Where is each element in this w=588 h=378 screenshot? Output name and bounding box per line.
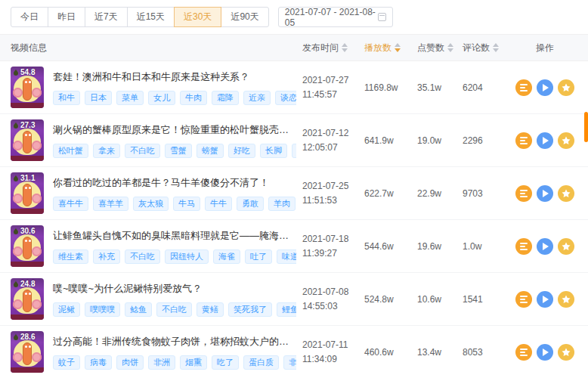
favorite-button[interactable] <box>558 185 574 202</box>
likes-cell: 10.6w <box>417 294 463 305</box>
publish-clock: 11:45:57 <box>302 88 364 102</box>
sort-carets-icon[interactable] <box>395 43 401 52</box>
favorite-button[interactable] <box>558 291 574 308</box>
scrollbar-thumb[interactable] <box>584 112 588 142</box>
flame-icon <box>13 228 19 235</box>
range-button[interactable]: 昨日 <box>48 7 85 27</box>
tag-list: 喜牛牛喜羊羊灰太狼牛马牛牛勇敢羊肉牛羊 <box>53 197 296 211</box>
publish-date: 2021-07-25 <box>302 179 364 194</box>
tag-list: 泥鳅噗噗噗鲶鱼不白吃黄鳝笑死我了鲤鱼国宝 <box>53 302 296 317</box>
sort-carets-icon[interactable] <box>342 43 348 52</box>
likes-cell: 22.9w <box>417 188 463 199</box>
table-row: 28.6 过分高能！非洲传统食物蚊子肉饼，堪称招蚊大户的翻身菜！ 蚊子病毒肉饼非… <box>0 326 588 378</box>
video-tag: 不白吃 <box>125 144 160 158</box>
publish-time-cell: 2021-07-12 12:05:07 <box>302 126 364 154</box>
video-thumbnail[interactable]: 30.6 <box>11 225 44 267</box>
video-title[interactable]: 噗~噗噗~为什么泥鳅特别爱放气？ <box>53 282 296 296</box>
video-tag: 烟熏 <box>180 355 207 370</box>
favorite-button[interactable] <box>558 238 574 255</box>
video-info-cell: 涮火锅的蟹棒原型原来是它！惊险重重的松叶蟹脱壳之旅~ 松叶蟹拿来不白吃雪蟹螃蟹好… <box>53 123 296 158</box>
video-tag: 肉饼 <box>116 355 144 370</box>
list-lines-icon <box>520 296 528 303</box>
video-title[interactable]: 过分高能！非洲传统食物蚊子肉饼，堪称招蚊大户的翻身菜！ <box>53 335 296 349</box>
actions-cell <box>512 132 577 149</box>
video-thumbnail[interactable]: 54.8 <box>11 67 44 108</box>
play-icon <box>543 296 549 303</box>
video-thumbnail[interactable]: 28.6 <box>11 331 44 373</box>
video-tag: 味道 <box>277 249 296 264</box>
range-button[interactable]: 近7天 <box>85 7 128 27</box>
play-icon <box>543 349 549 356</box>
tag-list: 维生素补充不白吃因纽特人海雀吐了味道吃饭 <box>53 249 296 264</box>
table-row: 31.1 你看过的吃过的羊都是牛？马牛羊傻傻分不清了！ 喜牛牛喜羊羊灰太狼牛马牛… <box>0 167 588 220</box>
video-tag: 吃了 <box>212 355 239 370</box>
video-tag: 螃蟹 <box>197 144 224 158</box>
range-button[interactable]: 近90天 <box>221 7 268 27</box>
toolbar: 今日昨日近7天近15天近30天近90天 2021-07-07 - 2021-08… <box>0 0 588 34</box>
stats-button[interactable] <box>515 185 532 202</box>
plays-cell: 460.6w <box>364 347 417 358</box>
date-range-picker[interactable]: 2021-07-07 - 2021-08-05 <box>278 7 393 27</box>
video-tag: 黄鳝 <box>197 302 224 317</box>
video-tag: 蚊子 <box>53 355 80 370</box>
video-tag: 松叶蟹 <box>53 144 88 158</box>
header-publish-time[interactable]: 发布时间 <box>302 42 364 54</box>
stats-button[interactable] <box>515 344 532 361</box>
stats-button[interactable] <box>515 79 532 96</box>
stats-button[interactable] <box>515 132 532 149</box>
sort-carets-icon[interactable] <box>493 43 499 52</box>
plays-cell: 1169.8w <box>364 82 417 93</box>
calendar-icon <box>378 13 386 21</box>
favorite-button[interactable] <box>558 79 574 96</box>
flame-icon <box>13 280 19 288</box>
header-plays[interactable]: 播放数 <box>364 42 417 54</box>
range-button[interactable]: 今日 <box>11 7 48 27</box>
favorite-button[interactable] <box>558 132 574 149</box>
video-info-cell: 让鲱鱼罐头自愧不如的臭味黑暗料理就是它——腌海雀！ 维生素补充不白吃因纽特人海雀… <box>53 229 296 264</box>
video-tag: 近亲 <box>243 91 271 105</box>
video-tag: 勇敢 <box>237 197 264 211</box>
video-tag: 雪蟹 <box>165 144 192 158</box>
play-button[interactable] <box>537 291 553 308</box>
video-analytics-page: 今日昨日近7天近15天近30天近90天 2021-07-07 - 2021-08… <box>0 0 588 378</box>
range-button[interactable]: 近15天 <box>127 7 175 27</box>
publish-time-cell: 2021-07-18 11:39:27 <box>302 232 364 260</box>
video-thumbnail[interactable]: 27.3 <box>11 119 44 161</box>
heat-badge: 30.6 <box>11 225 44 237</box>
table-row: 27.3 涮火锅的蟹棒原型原来是它！惊险重重的松叶蟹脱壳之旅~ 松叶蟹拿来不白吃… <box>0 114 588 167</box>
video-title[interactable]: 套娃！澳洲和牛和日本和牛原来是这种关系？ <box>53 70 296 84</box>
play-button[interactable] <box>537 79 553 96</box>
stats-button[interactable] <box>515 291 532 308</box>
stats-button[interactable] <box>515 238 532 255</box>
publish-date: 2021-07-18 <box>302 232 364 246</box>
header-likes[interactable]: 点赞数 <box>417 42 463 54</box>
header-actions: 操作 <box>512 42 577 54</box>
video-thumbnail[interactable]: 31.1 <box>11 172 44 214</box>
video-tag: 泥鳅 <box>53 302 80 317</box>
video-info-cell: 噗~噗噗~为什么泥鳅特别爱放气？ 泥鳅噗噗噗鲶鱼不白吃黄鳝笑死我了鲤鱼国宝 <box>53 282 296 317</box>
video-title[interactable]: 涮火锅的蟹棒原型原来是它！惊险重重的松叶蟹脱壳之旅~ <box>53 123 296 137</box>
flame-icon <box>13 333 19 341</box>
video-tag: 霜降 <box>212 91 239 105</box>
video-thumbnail[interactable]: 24.8 <box>11 278 44 320</box>
publish-time-cell: 2021-07-11 11:34:09 <box>302 338 364 366</box>
play-icon <box>543 84 549 91</box>
video-tag: 拿来 <box>93 144 120 158</box>
video-title[interactable]: 你看过的吃过的羊都是牛？马牛羊傻傻分不清了！ <box>53 176 296 190</box>
sort-carets-icon[interactable] <box>447 43 453 52</box>
header-comments[interactable]: 评论数 <box>463 42 512 54</box>
video-tag: 女儿 <box>148 91 175 105</box>
play-button[interactable] <box>537 185 553 202</box>
play-button[interactable] <box>537 132 553 149</box>
publish-clock: 12:05:07 <box>302 141 364 155</box>
range-button[interactable]: 近30天 <box>174 7 221 27</box>
play-button[interactable] <box>537 344 553 361</box>
video-tag: 日本 <box>85 91 112 105</box>
star-icon <box>562 136 571 145</box>
video-info-cell: 过分高能！非洲传统食物蚊子肉饼，堪称招蚊大户的翻身菜！ 蚊子病毒肉饼非洲烟熏吃了… <box>53 335 296 370</box>
publish-date: 2021-07-11 <box>302 338 364 352</box>
list-lines-icon <box>520 137 528 144</box>
favorite-button[interactable] <box>558 344 574 361</box>
video-title[interactable]: 让鲱鱼罐头自愧不如的臭味黑暗料理就是它——腌海雀！ <box>53 229 296 243</box>
play-button[interactable] <box>537 238 553 255</box>
